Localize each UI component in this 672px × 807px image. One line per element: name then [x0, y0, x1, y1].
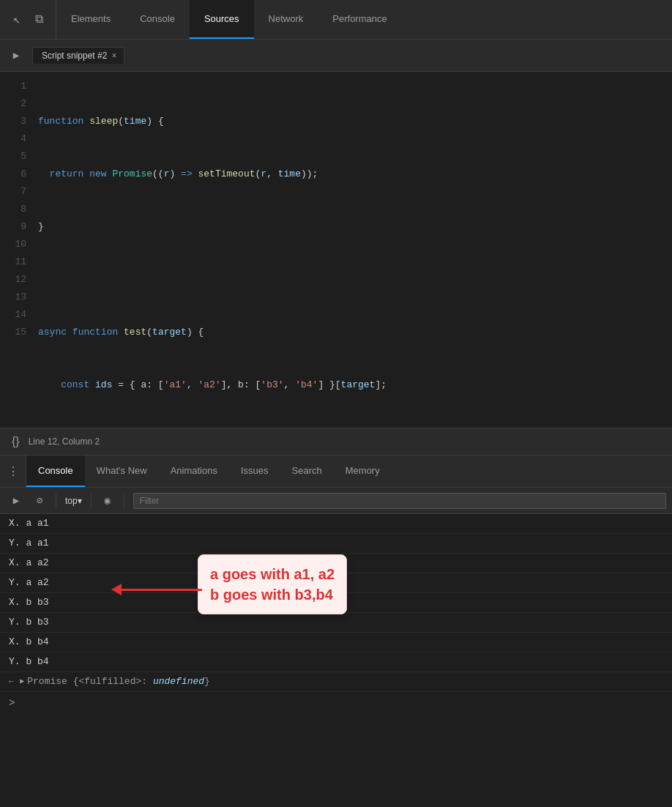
line-numbers: 1 2 3 4 5 6 7 8 9 10 11 12 13 14 15: [0, 72, 35, 428]
tab-network[interactable]: Network: [254, 0, 318, 39]
row-text-7: X. b b4: [9, 634, 49, 650]
tab-search[interactable]: Search: [280, 455, 334, 487]
top-label: top: [65, 496, 78, 506]
annotation-popup: a goes with a1, a2 b goes with b3,b4: [198, 554, 347, 614]
tab-elements[interactable]: Elements: [56, 0, 125, 39]
top-nav-bar: ↖ ⧉ Elements Console Sources Network Per…: [0, 0, 672, 40]
tab-memory[interactable]: Memory: [334, 455, 392, 487]
console-prompt-row[interactable]: >: [0, 692, 672, 714]
tab-console-bottom[interactable]: Console: [26, 455, 85, 487]
context-selector[interactable]: top ▾: [62, 494, 85, 507]
console-row-7: X. b b4: [0, 633, 672, 652]
console-output: X. a a1 Y. a a1 X. a a2 Y. a a2 X. b b3 …: [0, 514, 672, 807]
annotation-line1: a goes with a1, a2: [210, 564, 335, 584]
tab-animations[interactable]: Animations: [159, 455, 229, 487]
toolbar-divider-2: [91, 494, 92, 508]
left-arrow-icon: ←: [9, 674, 14, 690]
arrow-line: [122, 589, 202, 591]
promise-row[interactable]: ← ▶ Promise {<fulfilled>: undefined}: [0, 672, 672, 692]
block-icon[interactable]: ⊘: [29, 491, 50, 511]
console-row-1: X. a a1: [0, 514, 672, 534]
console-menu-icon[interactable]: ⋮: [0, 455, 26, 488]
cursor-position: Line 12, Column 2: [29, 436, 100, 447]
status-bar: {} Line 12, Column 2: [0, 428, 672, 455]
console-row-6: Y. b b3: [0, 613, 672, 633]
code-editor[interactable]: 1 2 3 4 5 6 7 8 9 10 11 12 13 14 15 func…: [0, 72, 672, 428]
code-line-4: [38, 271, 672, 289]
code-line-3: }: [38, 218, 672, 236]
code-line-5: async function test(target) {: [38, 324, 672, 341]
chevron-down-icon: ▾: [78, 496, 82, 506]
console-toolbar: ▶ ⊘ top ▾ ◉: [0, 488, 672, 514]
tab-whats-new[interactable]: What's New: [85, 455, 159, 487]
tab-sources[interactable]: Sources: [190, 0, 254, 39]
clear-console-button[interactable]: ▶: [6, 491, 26, 511]
nav-tabs: Elements Console Sources Network Perform…: [56, 0, 672, 39]
arrow-head: [111, 584, 122, 595]
tab-title: Script snippet #2: [42, 51, 107, 61]
code-line-2: return new Promise((r) => setTimeout(r, …: [38, 166, 672, 183]
bottom-panel: ⋮ Console What's New Animations Issues S…: [0, 455, 672, 807]
row-text-1: X. a a1: [9, 516, 49, 532]
tab-issues[interactable]: Issues: [229, 455, 280, 487]
row-text-4: Y. a a2: [9, 575, 49, 591]
expand-promise-icon[interactable]: ▶: [20, 674, 24, 690]
toolbar-divider: [56, 494, 56, 508]
row-text-6: Y. b b3: [9, 614, 49, 631]
row-text-3: X. a a2: [9, 555, 49, 571]
devtools-icons: ↖ ⧉: [0, 0, 56, 39]
layers-icon[interactable]: ⧉: [31, 12, 47, 28]
row-text-2: Y. a a1: [9, 535, 49, 551]
close-tab-button[interactable]: ×: [111, 51, 116, 61]
console-row-2: Y. a a1: [0, 534, 672, 554]
code-content[interactable]: function sleep(time) { return new Promis…: [35, 72, 672, 428]
annotation-line2: b goes with b3,b4: [210, 584, 335, 605]
format-icon: {}: [12, 435, 20, 448]
code-line-1: function sleep(time) {: [38, 113, 672, 130]
annotation-arrow: [111, 584, 202, 595]
cursor-icon[interactable]: ↖: [9, 12, 25, 28]
promise-text: Promise {<fulfilled>: undefined}: [27, 674, 210, 690]
eye-icon[interactable]: ◉: [97, 491, 118, 511]
code-line-6: const ids = { a: ['a1', 'a2'], b: ['b3',…: [38, 376, 672, 394]
toolbar-divider-3: [124, 494, 124, 508]
filter-input[interactable]: [133, 493, 666, 509]
tab-performance[interactable]: Performance: [318, 0, 401, 39]
prompt-icon: >: [9, 695, 15, 711]
console-row-8: Y. b b4: [0, 652, 672, 672]
script-snippet-tab[interactable]: Script snippet #2 ×: [32, 47, 124, 64]
row-text-5: X. b b3: [9, 595, 49, 611]
editor-tab-bar: ▶ Script snippet #2 ×: [0, 40, 672, 72]
tab-console[interactable]: Console: [125, 0, 190, 39]
row-text-8: Y. b b4: [9, 654, 49, 670]
console-tab-bar: ⋮ Console What's New Animations Issues S…: [0, 455, 672, 488]
panel-toggle-icon[interactable]: ▶: [6, 45, 26, 66]
